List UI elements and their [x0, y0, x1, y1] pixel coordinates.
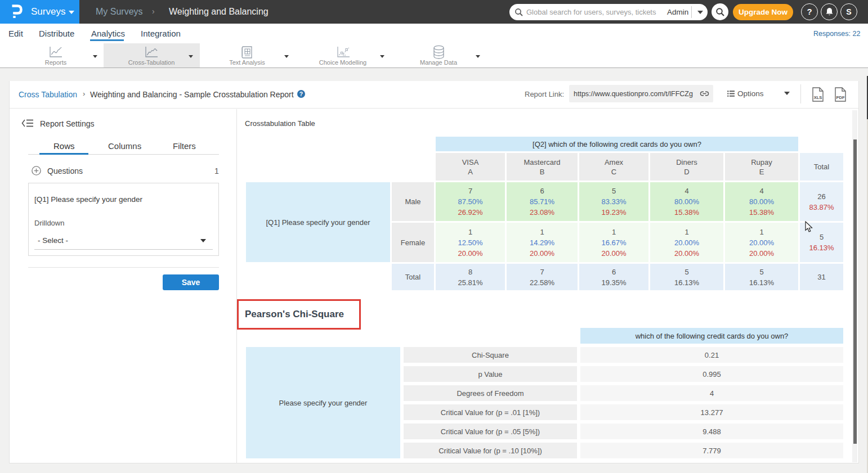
svg-text:XLS: XLS: [814, 95, 822, 100]
svg-text:PDF: PDF: [836, 95, 845, 100]
